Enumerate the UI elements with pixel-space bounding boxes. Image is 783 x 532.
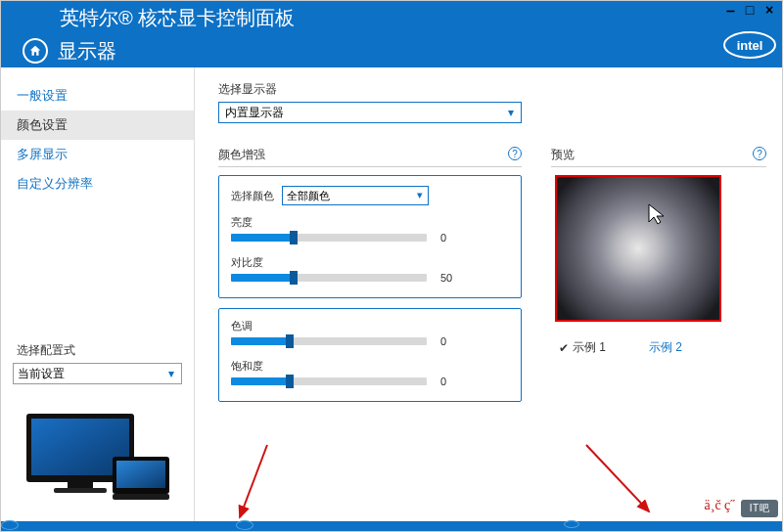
display-label: 选择显示器 [218, 81, 766, 98]
overlay-garbled-text: ä¸č ç˝ [705, 498, 735, 513]
panel-hue-saturation: 色调 0 饱和度 [218, 308, 522, 402]
monitor-illustration [1, 400, 194, 521]
svg-rect-5 [54, 488, 107, 493]
svg-rect-8 [113, 494, 169, 500]
preview-title: 预览 [551, 147, 575, 163]
preview-image [555, 175, 721, 322]
svg-rect-4 [68, 482, 93, 488]
bottom-bar [1, 521, 782, 531]
saturation-label: 饱和度 [231, 359, 509, 374]
select-color-label: 选择颜色 [231, 189, 274, 203]
titlebar: 英特尔® 核芯显卡控制面板 ‒ □ × [1, 1, 782, 34]
window-controls: ‒ □ × [723, 3, 776, 17]
svg-rect-7 [116, 461, 165, 488]
section-title: 显示器 [58, 38, 116, 65]
panel-brightness-contrast: 选择颜色 全部颜色 ▾ 亮度 [218, 175, 522, 298]
brightness-value: 0 [440, 232, 470, 244]
preview-header: 预览 ? [551, 147, 766, 167]
color-enhance-title: 颜色增强 [218, 147, 265, 163]
minimize-button[interactable]: ‒ [723, 3, 737, 17]
home-button[interactable] [23, 38, 48, 64]
brightness-label: 亮度 [231, 215, 509, 230]
sidebar: 一般设置 颜色设置 多屏显示 自定义分辨率 选择配置式 当前设置 ▾ [1, 67, 195, 521]
color-select[interactable]: 全部颜色 [282, 186, 429, 205]
contrast-value: 50 [440, 272, 470, 284]
display-select[interactable]: 内置显示器 [218, 102, 522, 123]
nav-multiscreen[interactable]: 多屏显示 [1, 140, 194, 169]
example-selector: ✔ 示例 1 示例 2 [559, 339, 766, 356]
nav-color[interactable]: 颜色设置 [1, 111, 194, 140]
cursor-icon [647, 202, 667, 226]
intel-logo: intel [723, 28, 776, 62]
saturation-value: 0 [440, 376, 470, 387]
app-title: 英特尔® 核芯显卡控制面板 [60, 5, 295, 31]
main-content: 选择显示器 内置显示器 ▾ 颜色增强 ? 选择颜色 全部颜色 [195, 67, 782, 521]
contrast-label: 对比度 [231, 255, 509, 270]
subheader: 显示器 intel [1, 34, 782, 67]
contrast-slider[interactable] [231, 274, 427, 282]
help-icon[interactable]: ? [508, 147, 522, 160]
hue-slider[interactable] [231, 337, 427, 345]
maximize-button[interactable]: □ [743, 3, 757, 17]
hue-label: 色调 [231, 319, 509, 333]
example-2[interactable]: 示例 2 [649, 339, 682, 356]
nav-general[interactable]: 一般设置 [1, 81, 194, 111]
example-1[interactable]: ✔ 示例 1 [559, 339, 606, 356]
config-select[interactable]: 当前设置 [13, 363, 182, 384]
config-label: 选择配置式 [1, 342, 194, 363]
color-enhance-header: 颜色增强 ? [218, 147, 522, 167]
help-icon[interactable]: ? [753, 147, 766, 160]
home-icon [28, 44, 42, 58]
close-button[interactable]: × [762, 3, 776, 17]
nav-custom-res[interactable]: 自定义分辨率 [1, 169, 194, 199]
svg-text:intel: intel [737, 38, 763, 53]
brightness-slider[interactable] [231, 234, 427, 242]
hue-value: 0 [440, 335, 470, 347]
saturation-slider[interactable] [231, 377, 427, 385]
watermark-logo: IT吧 [741, 500, 778, 517]
check-icon: ✔ [559, 341, 569, 355]
